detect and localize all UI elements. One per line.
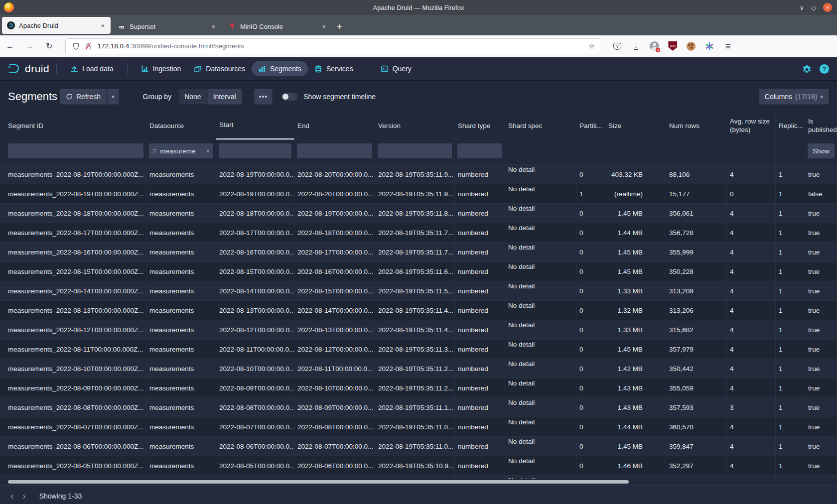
- col-header-start[interactable]: Start: [216, 112, 294, 140]
- cell-replicas: 1: [776, 359, 805, 378]
- next-page-icon[interactable]: ›: [18, 491, 30, 502]
- tab-apache-druid[interactable]: Ɔ Apache Druid ×: [2, 17, 111, 34]
- cell-is-published: true: [805, 378, 837, 397]
- account-extension-icon[interactable]: ×: [649, 41, 659, 51]
- cell-avg-row-size: 4: [727, 359, 776, 378]
- cell-partition: 0: [576, 204, 605, 223]
- url-text[interactable]: 172.18.0.4:30899/unified-console.html#se…: [97, 42, 586, 50]
- cell-avg-row-size: 4: [727, 378, 776, 397]
- col-header-segment-id[interactable]: Segment ID: [0, 112, 146, 140]
- window-maximize-icon[interactable]: ◇: [811, 4, 816, 11]
- cell-version: 2022-08-19T05:35:11.5...: [375, 281, 455, 300]
- col-header-num-rows[interactable]: Num rows: [666, 112, 727, 140]
- cell-is-published: [805, 476, 837, 479]
- insecure-lock-icon[interactable]: [85, 42, 92, 50]
- filter-cell-is-published: Show: [805, 140, 837, 164]
- cell-replicas: [776, 476, 805, 479]
- download-icon[interactable]: ↓: [631, 41, 641, 51]
- refresh-caret-button[interactable]: ▾: [107, 89, 119, 105]
- cell-num-rows: 357,979: [666, 340, 727, 359]
- cell-size: 1.45 MB: [605, 340, 666, 359]
- group-by-none-button[interactable]: None: [178, 89, 207, 105]
- cell-version: 2022-08-19T05:35:10.9...: [375, 456, 455, 475]
- filter-input-start[interactable]: [219, 143, 291, 158]
- druid-brand[interactable]: druid: [7, 62, 49, 75]
- segment-timeline-toggle[interactable]: [281, 93, 297, 101]
- col-header-avg-row-size[interactable]: Avg. row size (bytes): [727, 112, 776, 140]
- scrollbar-thumb[interactable]: [8, 480, 629, 484]
- pocket-icon[interactable]: ∨: [612, 41, 622, 51]
- tab-close-icon[interactable]: ×: [209, 22, 217, 31]
- shield-icon[interactable]: [72, 42, 80, 50]
- filter-cell-datasource: ≡measureme×: [146, 140, 216, 164]
- nav-item-ingestion[interactable]: Ingestion: [135, 61, 188, 76]
- menu-hamburger-icon[interactable]: ≡: [723, 41, 733, 51]
- cell-is-published: true: [805, 320, 837, 339]
- more-options-button[interactable]: •••: [254, 89, 273, 105]
- nav-item-segments[interactable]: Segments: [252, 61, 308, 76]
- cell-shard-spec: No detail: [505, 456, 576, 475]
- tab-superset[interactable]: ∞ Superset ×: [113, 17, 221, 35]
- cell-partition: 0: [576, 320, 605, 339]
- back-icon[interactable]: ←: [0, 42, 20, 51]
- group-by-interval-button[interactable]: Interval: [207, 89, 242, 105]
- window-close-icon[interactable]: ×: [823, 3, 832, 12]
- cell-num-rows: 357,593: [666, 398, 727, 417]
- settings-gear-icon[interactable]: [802, 64, 812, 74]
- col-header-replicas[interactable]: Replic...: [776, 112, 805, 140]
- cell-version: 2022-08-19T05:35:11.4...: [375, 301, 455, 320]
- nav-item-query[interactable]: Query: [374, 61, 418, 76]
- cell-segment-id: measurements_2022-08-16T00:00:00.000Z...: [0, 243, 146, 261]
- cell-partition: 0: [576, 359, 605, 378]
- refresh-button[interactable]: Refresh: [60, 89, 107, 105]
- filter-input-shard-type[interactable]: [457, 143, 502, 158]
- tab-minio-console[interactable]: MinIO Console ×: [223, 17, 332, 35]
- col-header-datasource[interactable]: Datasource: [146, 112, 216, 140]
- previous-page-icon[interactable]: ‹: [6, 491, 18, 502]
- table-row: measurements_2022-08-08T00:00:00.000Z...…: [0, 397, 837, 417]
- asterisk-extension-icon[interactable]: [704, 41, 714, 51]
- cell-shard-type: numbered: [455, 223, 505, 242]
- nav-item-services[interactable]: Services: [308, 61, 360, 76]
- cell-avg-row-size: 4: [727, 165, 776, 184]
- cell-size: 1.33 MB: [605, 320, 666, 339]
- horizontal-scrollbar[interactable]: [0, 479, 837, 485]
- col-header-is-published[interactable]: Is published: [805, 112, 837, 140]
- ublock-origin-icon[interactable]: uO: [668, 41, 678, 51]
- col-header-size[interactable]: Size: [605, 112, 666, 140]
- cell-partition: 0: [576, 378, 605, 397]
- pagination-footer: ‹ › Showing 1-33: [0, 485, 837, 504]
- filter-tag-close-icon[interactable]: ×: [206, 147, 210, 155]
- filter-cell-num-rows: [666, 140, 727, 164]
- nav-item-load-data[interactable]: Load data: [64, 61, 120, 76]
- cell-end: 2022-08-17T00:00:00.0...: [294, 243, 375, 261]
- reload-icon[interactable]: ↻: [40, 41, 58, 51]
- col-header-shard-spec[interactable]: Shard spec: [505, 112, 576, 140]
- cell-size: 1.45 MB: [605, 437, 666, 456]
- col-header-shard-type[interactable]: Shard type: [455, 112, 505, 140]
- cell-segment-id: measurements_2022-08-07T00:00:00.000Z...: [0, 417, 146, 436]
- bookmark-star-icon[interactable]: ☆: [586, 42, 597, 51]
- filter-show-is-published[interactable]: Show: [808, 143, 835, 158]
- filter-input-segment-id[interactable]: [8, 143, 143, 158]
- cookie-extension-icon[interactable]: [686, 41, 696, 51]
- new-tab-button[interactable]: +: [334, 22, 347, 35]
- col-header-end[interactable]: End: [294, 112, 375, 140]
- forward-icon[interactable]: →: [20, 42, 40, 51]
- filter-tag-datasource[interactable]: ≡measureme×: [149, 143, 213, 158]
- filter-input-version[interactable]: [378, 143, 452, 158]
- cell-avg-row-size: 4: [727, 301, 776, 320]
- cell-start: 2022-08-05T00:00:00.0...: [216, 456, 294, 475]
- col-header-partition[interactable]: Partiti...: [576, 112, 605, 140]
- cell-datasource: measurements: [146, 165, 216, 184]
- columns-button[interactable]: Columns (17/18) ▾: [759, 89, 829, 105]
- url-bar[interactable]: 172.18.0.4:30899/unified-console.html#se…: [65, 38, 601, 54]
- nav-item-datasources[interactable]: Datasources: [187, 61, 252, 76]
- window-minimize-icon[interactable]: ∨: [799, 4, 804, 11]
- cell-shard-type: numbered: [455, 437, 505, 456]
- col-header-version[interactable]: Version: [375, 112, 455, 140]
- help-icon[interactable]: ?: [820, 64, 829, 74]
- tab-close-icon[interactable]: ×: [99, 21, 107, 30]
- filter-input-end[interactable]: [297, 143, 372, 158]
- tab-close-icon[interactable]: ×: [320, 22, 328, 31]
